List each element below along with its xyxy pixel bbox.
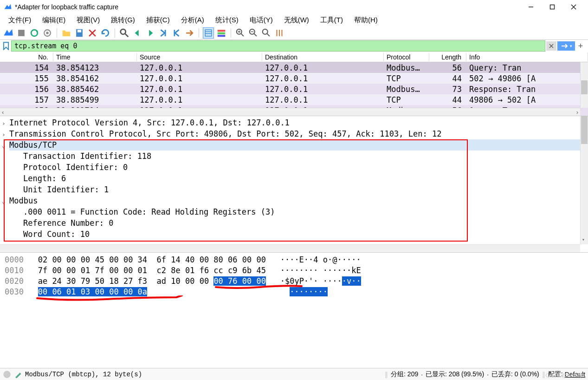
go-back-icon[interactable]: [132, 27, 143, 39]
packet-row[interactable]: 15538.854162127.0.0.1127.0.0.1TCP44502 →…: [0, 73, 588, 84]
status-profile-value[interactable]: Default: [565, 371, 585, 378]
svg-rect-21: [218, 35, 226, 37]
chevron-right-icon[interactable]: ›: [2, 118, 6, 129]
menu-tools[interactable]: 工具(T): [315, 15, 349, 26]
packet-details-pane: ›Internet Protocol Version 4, Src: 127.0…: [0, 116, 588, 253]
status-displayed: 已显示: 208 (99.5%): [426, 370, 484, 379]
details-vscrollbar[interactable]: [580, 116, 588, 244]
zoom-out-icon[interactable]: [248, 27, 259, 39]
menu-file[interactable]: 文件(F): [3, 15, 37, 26]
svg-point-36: [3, 371, 10, 378]
status-bar: Modbus/TCP (mbtcp), 12 byte(s) ‖ 分组: 209…: [0, 368, 588, 380]
toolbar-separator: [231, 28, 231, 38]
toolbar-separator: [199, 28, 199, 38]
close-button[interactable]: [563, 0, 584, 14]
go-first-icon[interactable]: [171, 27, 182, 39]
detail-tcp[interactable]: ›Transmission Control Protocol, Src Port…: [9, 128, 585, 139]
annotation-underline: [32, 295, 186, 303]
svg-rect-1: [550, 5, 555, 9]
start-capture-icon[interactable]: [3, 27, 14, 39]
bookmark-filter-icon[interactable]: [2, 42, 10, 50]
chevron-down-icon[interactable]: ⌄: [2, 140, 6, 151]
svg-line-30: [267, 33, 270, 36]
reload-icon[interactable]: [100, 27, 111, 39]
go-last-icon[interactable]: [184, 27, 195, 39]
edit-icon[interactable]: [14, 370, 22, 379]
stop-capture-icon[interactable]: [16, 27, 27, 39]
svg-rect-4: [18, 30, 25, 36]
packet-row[interactable]: 15638.885462127.0.0.1127.0.0.1Modbus…73R…: [0, 84, 588, 94]
save-file-icon[interactable]: [74, 27, 85, 39]
open-file-icon[interactable]: [61, 27, 72, 39]
menu-bar: 文件(F) 编辑(E) 视图(V) 跳转(G) 捕获(C) 分析(A) 统计(S…: [0, 14, 588, 26]
autoscroll-icon[interactable]: [203, 27, 214, 39]
detail-ip[interactable]: ›Internet Protocol Version 4, Src: 127.0…: [9, 117, 585, 128]
restart-capture-icon[interactable]: [29, 27, 40, 39]
svg-point-7: [46, 32, 49, 34]
go-to-packet-icon[interactable]: [158, 27, 169, 39]
title-bar: *Adapter for loopback traffic capture: [0, 0, 588, 14]
menu-wireless[interactable]: 无线(W): [278, 15, 315, 26]
menu-capture[interactable]: 捕获(C): [141, 15, 175, 26]
hex-row: 0010 7f 00 00 01 7f 00 00 01 c2 8e 01 f6…: [5, 265, 583, 276]
detail-unit-id[interactable]: Unit Identifier: 1: [9, 184, 585, 195]
toolbar: [0, 26, 588, 40]
packet-list-vscrollbar[interactable]: [580, 62, 588, 108]
svg-rect-9: [78, 30, 81, 33]
menu-view[interactable]: 视图(V): [71, 15, 105, 26]
toolbar-separator: [57, 28, 57, 38]
clear-filter-button[interactable]: [546, 41, 556, 51]
packet-row[interactable]: 15438.854123127.0.0.1127.0.0.1Modbus…56 …: [0, 62, 588, 73]
expert-info-icon[interactable]: [3, 370, 11, 379]
hex-row: 0000 02 00 00 00 45 00 00 34 6f 14 40 00…: [5, 255, 583, 265]
go-forward-icon[interactable]: [145, 27, 156, 39]
detail-function-code[interactable]: .000 0011 = Function Code: Read Holding …: [9, 206, 585, 217]
detail-modbus[interactable]: ⌄Modbus: [9, 195, 585, 206]
packet-list-hscrollbar[interactable]: [0, 108, 580, 116]
display-filter-input[interactable]: [11, 40, 545, 52]
colorize-icon[interactable]: [216, 27, 227, 39]
toolbar-separator: [115, 28, 115, 38]
close-file-icon[interactable]: [87, 27, 98, 39]
svg-line-23: [241, 33, 244, 36]
zoom-in-icon[interactable]: [235, 27, 246, 39]
details-hscrollbar[interactable]: [0, 244, 580, 252]
find-icon[interactable]: [119, 27, 130, 39]
svg-rect-19: [218, 30, 226, 32]
packet-list-pane: No. Time Source Destination Protocol Len…: [0, 52, 588, 116]
detail-word-count[interactable]: Word Count: 10: [9, 229, 585, 240]
detail-length[interactable]: Length: 6: [9, 173, 585, 184]
col-source[interactable]: Source: [137, 53, 262, 61]
col-info[interactable]: Info: [466, 53, 588, 61]
menu-help[interactable]: 帮助(H): [349, 15, 383, 26]
status-dropped: 已丢弃: 0 (0.0%): [491, 370, 539, 379]
col-time[interactable]: Time: [53, 53, 137, 61]
detail-reference-number[interactable]: Reference Number: 0: [9, 217, 585, 229]
col-destination[interactable]: Destination: [262, 53, 384, 61]
detail-modbus-tcp[interactable]: ⌄Modbus/TCP: [9, 139, 585, 151]
chevron-down-icon[interactable]: ⌄: [2, 196, 6, 207]
menu-go[interactable]: 跳转(G): [105, 15, 141, 26]
hex-dump-pane[interactable]: 0000 02 00 00 00 45 00 00 34 6f 14 40 00…: [0, 253, 588, 350]
maximize-button[interactable]: [542, 0, 563, 14]
capture-options-icon[interactable]: [42, 27, 53, 39]
col-protocol[interactable]: Protocol: [384, 53, 429, 61]
detail-transaction-id[interactable]: Transaction Identifier: 118: [9, 151, 585, 162]
add-filter-button[interactable]: +: [577, 41, 584, 51]
menu-analyze[interactable]: 分析(A): [175, 15, 210, 26]
svg-rect-20: [218, 32, 226, 34]
menu-telephony[interactable]: 电话(Y): [244, 15, 278, 26]
apply-filter-button[interactable]: ▾: [557, 41, 575, 51]
packet-row[interactable]: 15738.885499127.0.0.1127.0.0.1TCP4449806…: [0, 94, 588, 105]
menu-statistics[interactable]: 统计(S): [210, 15, 244, 26]
chevron-right-icon[interactable]: ›: [2, 129, 6, 140]
svg-line-27: [254, 33, 257, 36]
col-length[interactable]: Length: [429, 53, 466, 61]
zoom-reset-icon[interactable]: [261, 27, 272, 39]
window-title: *Adapter for loopback traffic capture: [15, 3, 520, 11]
col-no[interactable]: No.: [0, 53, 53, 61]
resize-columns-icon[interactable]: [274, 27, 285, 39]
detail-protocol-id[interactable]: Protocol Identifier: 0: [9, 162, 585, 173]
menu-edit[interactable]: 编辑(E): [37, 15, 71, 26]
minimize-button[interactable]: [520, 0, 542, 14]
